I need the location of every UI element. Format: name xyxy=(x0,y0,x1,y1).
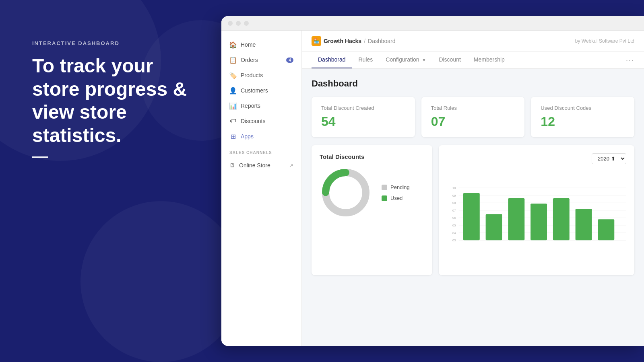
tab-rules-label: Rules xyxy=(359,56,373,63)
left-panel-subtitle: INTERACTIVE DASHBOARD xyxy=(32,40,205,46)
reports-icon: 📊 xyxy=(229,102,237,109)
left-panel-title: To track your store progress & view stor… xyxy=(32,54,205,147)
dashboard-body: Dashboard Total Discount Created 54 Tota… xyxy=(302,69,644,285)
sidebar-item-home[interactable]: 🏠 Home xyxy=(221,37,301,52)
tab-dashboard-label: Dashborad xyxy=(318,56,346,63)
customers-icon: 👤 xyxy=(229,87,237,94)
main-content: 🏪 Growth Hacks / Dashboard by Webkul Sof… xyxy=(302,31,644,346)
sidebar-item-reports[interactable]: 📊 Reports xyxy=(221,98,301,113)
tab-rules[interactable]: Rules xyxy=(352,51,380,68)
year-select[interactable]: 2020 ⬆ xyxy=(592,153,626,164)
tab-configuration[interactable]: Configuration ▼ xyxy=(379,51,432,68)
svg-text:06: 06 xyxy=(452,216,456,220)
stat-total-rules-value: 07 xyxy=(431,114,515,129)
donut-card: Total Discounts xyxy=(312,145,432,275)
orders-badge: 4 xyxy=(286,58,293,63)
svg-text:09: 09 xyxy=(452,194,456,197)
charts-row: Total Discounts xyxy=(312,145,634,275)
donut-container: Pending Used xyxy=(320,167,424,219)
nav-tabs: Dashborad Rules Configuration ▼ Discount… xyxy=(302,51,644,69)
svg-text:07: 07 xyxy=(452,209,456,212)
config-arrow-icon: ▼ xyxy=(422,58,426,62)
stat-used-codes-value: 12 xyxy=(541,114,625,129)
tab-discount[interactable]: Discount xyxy=(432,51,467,68)
bar-5 xyxy=(553,198,570,240)
online-store-icon: 🖥 xyxy=(229,162,235,169)
stat-total-rules-label: Total Rules xyxy=(431,105,515,111)
stat-total-discount-value: 54 xyxy=(321,114,405,129)
svg-text:03: 03 xyxy=(452,239,456,242)
home-icon: 🏠 xyxy=(229,41,237,48)
dashboard-title: Dashboard xyxy=(312,78,634,89)
orders-icon: 📋 xyxy=(229,56,237,64)
breadcrumb-page: Dashboard xyxy=(368,38,396,44)
sidebar-item-discounts[interactable]: 🏷 Discounts xyxy=(221,113,301,129)
title-underline xyxy=(32,156,48,158)
svg-text:08: 08 xyxy=(452,201,456,205)
bar-chart-area: 10 09 08 07 06 05 04 03 xyxy=(447,171,626,267)
bar-1 xyxy=(463,193,480,240)
sidebar-item-apps[interactable]: ⊞ Apps xyxy=(221,129,301,144)
browser-dot-3 xyxy=(244,21,249,26)
tab-discount-label: Discount xyxy=(439,56,460,63)
bg-circle-2 xyxy=(80,201,242,362)
sidebar-item-home-label: Home xyxy=(241,41,256,48)
legend-dot-used xyxy=(382,195,387,201)
legend-item-pending: Pending xyxy=(382,184,410,190)
stat-card-total-discount: Total Discount Created 54 xyxy=(312,97,415,137)
sidebar-item-discounts-label: Discounts xyxy=(241,118,265,124)
legend-item-used: Used xyxy=(382,195,410,201)
stat-total-discount-label: Total Discount Created xyxy=(321,105,405,111)
sidebar-item-reports-label: Reports xyxy=(241,103,260,109)
legend-dot-pending xyxy=(382,185,387,190)
store-icon: 🏪 xyxy=(312,36,321,46)
sidebar-item-orders[interactable]: 📋 Orders 4 xyxy=(221,52,301,68)
bar-3 xyxy=(508,198,524,240)
bar-7 xyxy=(598,219,614,240)
sidebar-item-customers-label: Customers xyxy=(241,87,268,94)
svg-text:04: 04 xyxy=(452,231,456,235)
stat-card-used-codes: Used Discount Codes 12 xyxy=(531,97,634,137)
breadcrumb: 🏪 Growth Hacks / Dashboard xyxy=(312,36,396,46)
store-name: Growth Hacks xyxy=(324,38,361,44)
legend-used-label: Used xyxy=(390,195,402,201)
browser-dot-2 xyxy=(236,21,241,26)
discounts-icon: 🏷 xyxy=(229,117,237,125)
sidebar-item-customers[interactable]: 👤 Customers xyxy=(221,83,301,98)
browser-chrome xyxy=(221,16,644,31)
bar-card: 2020 ⬆ xyxy=(439,145,634,275)
breadcrumb-separator: / xyxy=(364,38,365,44)
tab-dashboard[interactable]: Dashborad xyxy=(312,51,352,68)
apps-icon: ⊞ xyxy=(229,133,237,140)
by-webkul-label: by Webkul Software Pvt Ltd xyxy=(575,38,634,44)
sidebar-item-products-label: Products xyxy=(241,72,263,78)
svg-text:10: 10 xyxy=(452,186,456,190)
sidebar-item-apps-label: Apps xyxy=(241,133,254,140)
stats-row: Total Discount Created 54 Total Rules 07… xyxy=(312,97,634,137)
tab-configuration-label: Configuration xyxy=(386,56,419,63)
bar-2 xyxy=(486,214,502,240)
sidebar-item-products[interactable]: 🏷️ Products xyxy=(221,68,301,83)
stat-used-codes-label: Used Discount Codes xyxy=(541,105,625,111)
legend-pending-label: Pending xyxy=(390,184,410,190)
sidebar-item-online-store[interactable]: 🖥 Online Store ↗ xyxy=(221,158,301,173)
online-store-label: Online Store xyxy=(239,162,270,169)
top-bar: 🏪 Growth Hacks / Dashboard by Webkul Sof… xyxy=(302,31,644,51)
tab-membership-label: Membership xyxy=(474,56,505,63)
more-options-icon[interactable]: ··· xyxy=(626,56,634,64)
donut-legend: Pending Used xyxy=(382,184,410,201)
stat-card-total-rules: Total Rules 07 xyxy=(421,97,525,137)
browser-dot-1 xyxy=(228,21,233,26)
tab-membership[interactable]: Membership xyxy=(467,51,511,68)
bar-card-header: 2020 ⬆ xyxy=(447,153,626,164)
browser-window: 🏠 Home 📋 Orders 4 🏷️ Products 👤 Customer… xyxy=(221,16,644,346)
bar-6 xyxy=(576,209,592,240)
bar-4 xyxy=(530,204,547,240)
sidebar-item-orders-label: Orders xyxy=(241,57,258,63)
donut-chart xyxy=(320,167,372,219)
svg-text:05: 05 xyxy=(452,224,456,227)
left-panel: INTERACTIVE DASHBOARD To track your stor… xyxy=(32,40,205,158)
products-icon: 🏷️ xyxy=(229,72,237,79)
bar-chart-svg: 10 09 08 07 06 05 04 03 xyxy=(447,171,626,259)
sales-channels-label: SALES CHANNELS xyxy=(221,144,301,158)
